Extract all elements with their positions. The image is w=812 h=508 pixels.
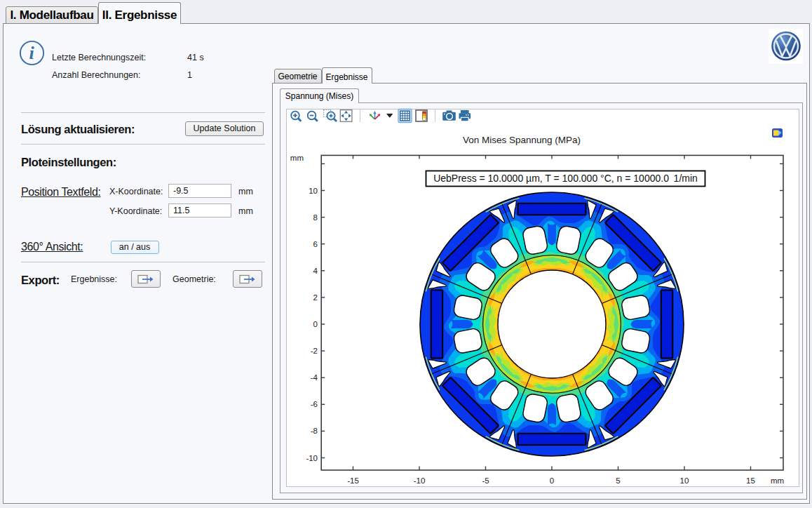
- svg-text:-5: -5: [482, 476, 489, 485]
- svg-text:0: 0: [313, 320, 318, 328]
- svg-text:-8: -8: [311, 427, 318, 435]
- svg-text:-6: -6: [311, 400, 318, 408]
- svg-text:10: 10: [309, 187, 318, 195]
- svg-text:-10: -10: [414, 476, 426, 485]
- svg-text:-4: -4: [311, 373, 318, 382]
- svg-text:-15: -15: [347, 476, 359, 485]
- svg-text:8: 8: [313, 213, 318, 222]
- svg-text:0: 0: [550, 476, 554, 485]
- svg-text:15: 15: [746, 476, 755, 485]
- svg-text:mm: mm: [290, 154, 304, 162]
- svg-text:-10: -10: [306, 454, 318, 462]
- svg-text:2: 2: [313, 293, 318, 302]
- svg-text:10: 10: [680, 476, 689, 485]
- svg-text:UebPress = 10.0000 µm, T = 100: UebPress = 10.0000 µm, T = 100.000 °C, n…: [433, 173, 698, 184]
- svg-text:5: 5: [616, 476, 620, 485]
- svg-text:-2: -2: [311, 347, 318, 355]
- svg-text:i: i: [29, 43, 34, 63]
- svg-text:4: 4: [313, 267, 318, 275]
- svg-text:6: 6: [313, 240, 318, 248]
- svg-text:Von Mises Spannung (MPa): Von Mises Spannung (MPa): [463, 135, 581, 145]
- svg-text:mm: mm: [771, 476, 784, 485]
